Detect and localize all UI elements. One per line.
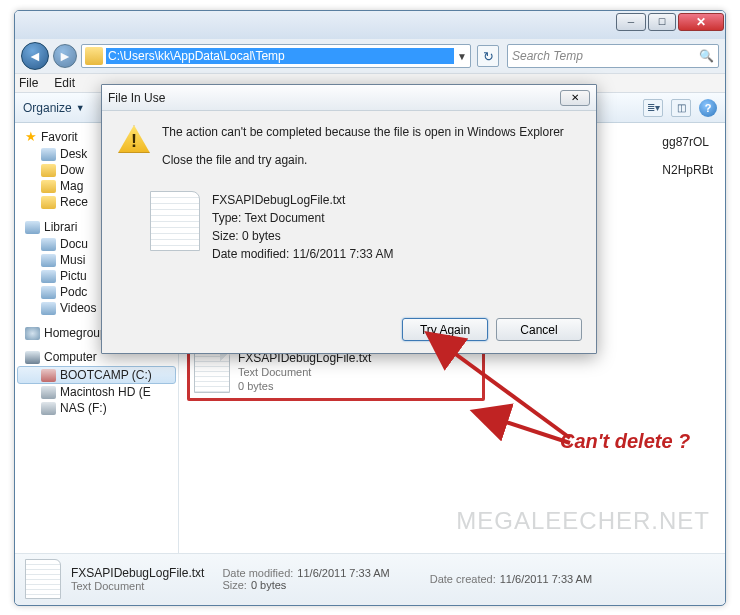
sidebar-item-macintosh[interactable]: Macintosh HD (E: [17, 384, 176, 400]
computer-icon: [25, 351, 40, 364]
back-button[interactable]: ◄: [21, 42, 49, 70]
annotation-text: Can't delete ?: [560, 430, 690, 453]
minimize-button[interactable]: ─: [616, 13, 646, 31]
dialog-file-modified: Date modified: 11/6/2011 7:33 AM: [212, 245, 393, 263]
folder-icon: [85, 47, 103, 65]
dialog-title: File In Use: [108, 91, 165, 105]
try-again-button[interactable]: Try Again: [402, 318, 488, 341]
star-icon: ★: [25, 129, 37, 144]
sidebar-item-bootcamp[interactable]: BOOTCAMP (C:): [17, 366, 176, 384]
window-titlebar: ─ ☐ ✕: [15, 11, 725, 39]
partial-file-column: gg87rOL N2HpRBt: [662, 131, 713, 191]
file-type: Text Document: [238, 365, 371, 379]
search-box[interactable]: Search Temp 🔍: [507, 44, 719, 68]
dialog-message-1: The action can't be completed because th…: [162, 125, 580, 139]
libraries-label[interactable]: Librari: [44, 220, 77, 234]
dialog-file-size: Size: 0 bytes: [212, 227, 393, 245]
computer-label[interactable]: Computer: [44, 350, 97, 364]
dialog-file-type: Type: Text Document: [212, 209, 393, 227]
view-options-button[interactable]: ≣▾: [643, 99, 663, 117]
search-icon: 🔍: [699, 49, 714, 63]
libraries-icon: [25, 221, 40, 234]
watermark: MEGALEECHER.NET: [456, 507, 710, 535]
file-size: 0 bytes: [238, 379, 371, 393]
text-file-icon: [194, 351, 230, 393]
details-file-name: FXSAPIDebugLogFile.txt: [71, 566, 204, 580]
window-close-button[interactable]: ✕: [678, 13, 724, 31]
sidebar-item-nas[interactable]: NAS (F:): [17, 400, 176, 416]
cancel-button[interactable]: Cancel: [496, 318, 582, 341]
forward-button[interactable]: ►: [53, 44, 77, 68]
favorites-label[interactable]: Favorit: [41, 130, 78, 144]
address-bar[interactable]: C:\Users\kk\AppData\Local\Temp ▼: [81, 44, 471, 68]
dialog-file-name: FXSAPIDebugLogFile.txt: [212, 191, 393, 209]
menu-file[interactable]: File: [19, 76, 38, 90]
chevron-down-icon: ▼: [76, 103, 85, 113]
organize-button[interactable]: Organize: [23, 101, 72, 115]
address-dropdown[interactable]: ▼: [454, 51, 470, 62]
dialog-titlebar[interactable]: File In Use ✕: [102, 85, 596, 111]
refresh-button[interactable]: ↻: [477, 45, 499, 67]
address-path[interactable]: C:\Users\kk\AppData\Local\Temp: [106, 48, 454, 64]
dialog-close-button[interactable]: ✕: [560, 90, 590, 106]
homegroup-icon: [25, 327, 40, 340]
help-icon[interactable]: ?: [699, 99, 717, 117]
maximize-button[interactable]: ☐: [648, 13, 676, 31]
search-placeholder: Search Temp: [512, 49, 699, 63]
text-file-icon: [150, 191, 200, 251]
menu-edit[interactable]: Edit: [54, 76, 75, 90]
text-file-icon: [25, 559, 61, 599]
nav-bar: ◄ ► C:\Users\kk\AppData\Local\Temp ▼ ↻ S…: [15, 39, 725, 73]
preview-pane-button[interactable]: ◫: [671, 99, 691, 117]
details-file-type: Text Document: [71, 580, 204, 592]
details-pane: FXSAPIDebugLogFile.txt Text Document Dat…: [15, 553, 725, 603]
warning-icon: !: [118, 125, 150, 153]
dialog-message-2: Close the file and try again.: [162, 153, 580, 167]
file-in-use-dialog: File In Use ✕ ! The action can't be comp…: [101, 84, 597, 354]
homegroup-label[interactable]: Homegroup: [44, 326, 107, 340]
